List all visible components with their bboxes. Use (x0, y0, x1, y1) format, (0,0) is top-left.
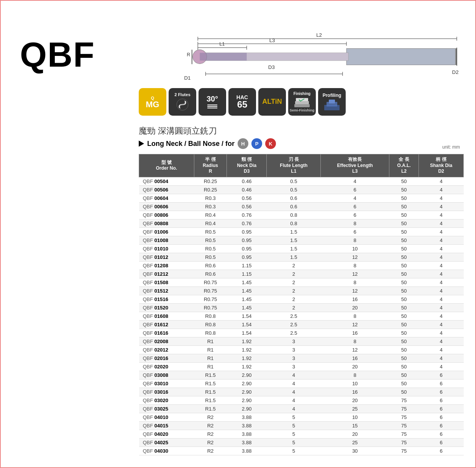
cell-radius: R0.3 (194, 202, 227, 211)
table-row: QBF 01006 R0.5 0.95 1.5 6 50 4 (139, 227, 464, 236)
cell-order: QBF 01508 (139, 278, 194, 286)
cell-shank-dia: 4 (419, 253, 464, 261)
circle-p-badge: P (251, 138, 262, 149)
table-row: QBF 04010 R2 3.88 5 10 75 6 (139, 413, 464, 421)
cell-shank-dia: 6 (419, 396, 464, 404)
cell-radius: R1.5 (194, 379, 227, 388)
cell-order: QBF 04030 (139, 447, 194, 455)
table-row: QBF 01520 R0.75 1.45 2 20 50 4 (139, 303, 464, 312)
table-row: QBF 02020 R1 1.92 3 20 50 4 (139, 362, 464, 371)
table-row: QBF 00504 R0.25 0.46 0.5 4 50 4 (139, 177, 464, 185)
cell-neck-dia: 0.95 (227, 236, 267, 244)
cell-shank-dia: 4 (419, 261, 464, 270)
cell-effective-length: 8 (321, 219, 389, 227)
cell-order: QBF 02008 (139, 337, 194, 345)
cell-effective-length: 8 (321, 236, 389, 244)
cell-flute-length: 5 (267, 430, 321, 438)
cell-neck-dia: 3.88 (227, 413, 267, 421)
cell-flute-length: 2.5 (267, 329, 321, 337)
cell-order: QBF 01006 (139, 227, 194, 236)
cell-effective-length: 25 (321, 438, 389, 447)
cell-shank-dia: 4 (419, 345, 464, 354)
cell-shank-dia: 4 (419, 211, 464, 219)
cell-oal: 50 (389, 320, 419, 329)
cell-radius: R2 (194, 413, 227, 421)
badge-hrc: HAC 65 (228, 88, 256, 116)
table-row: QBF 01516 R0.75 1.45 2 16 50 4 (139, 295, 464, 303)
cell-oal: 75 (389, 438, 419, 447)
cell-shank-dia: 4 (419, 185, 464, 194)
cell-order: QBF 02016 (139, 354, 194, 362)
cell-radius: R0.8 (194, 312, 227, 320)
cell-order: QBF 04025 (139, 438, 194, 447)
cell-neck-dia: 2.90 (227, 396, 267, 404)
table-row: QBF 01508 R0.75 1.45 2 8 50 4 (139, 278, 464, 286)
header-effective: 有效長Effective LengthL3 (321, 154, 389, 177)
cell-neck-dia: 1.54 (227, 320, 267, 329)
subtitle-text: Long Neck / Ball Nose / for (147, 140, 235, 148)
cell-effective-length: 30 (321, 447, 389, 455)
svg-text:R: R (187, 52, 190, 57)
cell-effective-length: 12 (321, 320, 389, 329)
cell-effective-length: 12 (321, 286, 389, 295)
cell-shank-dia: 4 (419, 270, 464, 278)
cell-shank-dia: 4 (419, 278, 464, 286)
cell-flute-length: 0.5 (267, 177, 321, 185)
svg-text:L3: L3 (269, 38, 275, 43)
cell-effective-length: 6 (321, 211, 389, 219)
badge-finishing: Finishing Semi-Finishing (288, 88, 316, 116)
cell-neck-dia: 2.90 (227, 379, 267, 388)
cell-effective-length: 20 (321, 430, 389, 438)
cell-neck-dia: 0.95 (227, 227, 267, 236)
cell-effective-length: 8 (321, 337, 389, 345)
cell-radius: R1.5 (194, 371, 227, 379)
circle-h-badge: H (238, 138, 248, 149)
cell-flute-length: 1.5 (267, 244, 321, 253)
cell-shank-dia: 4 (419, 194, 464, 202)
cell-neck-dia: 1.15 (227, 270, 267, 278)
cell-radius: R1.5 (194, 396, 227, 404)
cell-oal: 50 (389, 236, 419, 244)
cell-shank-dia: 6 (419, 404, 464, 413)
header-flute: 刃 長Flute LengthL1 (267, 154, 321, 177)
cell-shank-dia: 4 (419, 227, 464, 236)
tool-diagram: D1 D2 D3 D1=2R L2 L3 L1 R (120, 16, 460, 97)
table-row: QBF 01512 R0.75 1.45 2 12 50 4 (139, 286, 464, 295)
cell-order: QBF 01520 (139, 303, 194, 312)
cell-shank-dia: 6 (419, 371, 464, 379)
cell-neck-dia: 1.45 (227, 286, 267, 295)
cell-order: QBF 03010 (139, 379, 194, 388)
cell-neck-dia: 1.54 (227, 329, 267, 337)
svg-text:L1: L1 (220, 41, 225, 47)
cell-effective-length: 6 (321, 185, 389, 194)
table-row: QBF 00808 R0.4 0.76 0.8 8 50 4 (139, 219, 464, 227)
header-neck: 頸 徑Neck DiaD3 (227, 154, 267, 177)
cell-oal: 50 (389, 379, 419, 388)
table-row: QBF 04020 R2 3.88 5 20 75 6 (139, 430, 464, 438)
cell-shank-dia: 4 (419, 244, 464, 253)
cell-oal: 50 (389, 227, 419, 236)
badge-altin: ALTiN (258, 88, 286, 116)
cell-effective-length: 8 (321, 261, 389, 270)
cell-oal: 75 (389, 413, 419, 421)
cell-shank-dia: 4 (419, 303, 464, 312)
cell-order: QBF 00806 (139, 211, 194, 219)
cell-effective-length: 16 (321, 354, 389, 362)
cell-flute-length: 2 (267, 261, 321, 270)
cell-oal: 50 (389, 286, 419, 295)
cell-radius: R0.4 (194, 219, 227, 227)
cell-neck-dia: 1.15 (227, 261, 267, 270)
table-row: QBF 00604 R0.3 0.56 0.6 4 50 4 (139, 194, 464, 202)
header-order: 型 號Order No. (139, 154, 194, 177)
cell-neck-dia: 3.88 (227, 430, 267, 438)
cell-order: QBF 01612 (139, 320, 194, 329)
cell-order: QBF 01008 (139, 236, 194, 244)
cell-flute-length: 5 (267, 447, 321, 455)
cell-radius: R0.5 (194, 227, 227, 236)
cell-flute-length: 5 (267, 421, 321, 430)
cell-neck-dia: 2.90 (227, 404, 267, 413)
cell-oal: 50 (389, 312, 419, 320)
cell-radius: R2 (194, 447, 227, 455)
cell-neck-dia: 1.92 (227, 345, 267, 354)
cell-shank-dia: 6 (419, 379, 464, 388)
